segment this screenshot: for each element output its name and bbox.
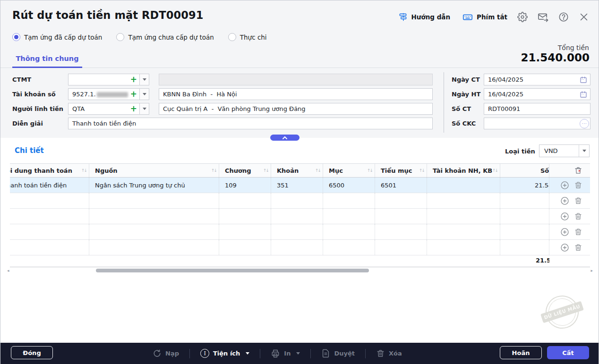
radio-circle — [12, 33, 20, 41]
col-tieu-muc[interactable]: Tiểu mục↑↓ — [375, 164, 427, 177]
footer-separator — [189, 349, 190, 358]
refresh-button[interactable]: Nạp — [153, 349, 179, 358]
dialog-window: Rút dự toán tiền mặt RDT00091 Hướng dẫn … — [0, 0, 599, 364]
table-row[interactable]: Thanh toán tiền điện Ngân sách Trung ươn… — [10, 178, 590, 193]
table-row-empty[interactable] — [10, 240, 590, 255]
approve-button[interactable]: Duyệt — [321, 349, 355, 358]
date-ct-label: Ngày CT — [452, 74, 480, 85]
sort-icon: ↑↓ — [367, 168, 372, 173]
radio-thuc-chi[interactable]: Thực chi — [228, 33, 267, 41]
add-row-icon[interactable] — [560, 228, 569, 237]
calendar-icon[interactable] — [580, 91, 587, 100]
account-input[interactable]: 9527.1.+ — [68, 88, 140, 100]
add-row-icon[interactable] — [560, 212, 569, 221]
settings-icon[interactable] — [517, 12, 528, 22]
chevron-up-icon — [282, 136, 288, 140]
col-noi-dung[interactable]: Nội dung thanh toán↑↓ — [10, 164, 89, 177]
table-row-empty[interactable] — [10, 224, 590, 240]
table-row-empty[interactable] — [10, 209, 590, 224]
header-panel: Rút dự toán tiền mặt RDT00091 Hướng dẫn … — [0, 0, 599, 138]
sort-icon: ↑↓ — [419, 168, 424, 173]
delete-row-icon[interactable] — [574, 196, 582, 205]
tab-thong-tin-chung[interactable]: Thông tin chung — [12, 52, 82, 68]
delete-all-icon[interactable] — [574, 166, 582, 175]
date-ct-input[interactable]: 16/04/2025 — [484, 74, 590, 85]
currency-select[interactable]: VND — [539, 144, 590, 157]
delete-row-icon[interactable] — [574, 212, 582, 220]
add-row-icon[interactable] — [560, 196, 569, 205]
caret-down-icon — [582, 150, 586, 152]
total-value: 21.540.000 — [521, 51, 590, 64]
help-icon[interactable] — [558, 12, 569, 22]
footer-separator — [365, 349, 366, 358]
tabbar-divider — [0, 68, 599, 68]
horizontal-scrollbar[interactable]: ◂ ▸ — [10, 268, 590, 273]
close-icon[interactable] — [579, 12, 589, 22]
radio-label: Thực chi — [240, 34, 267, 41]
col-so-tien[interactable]: Số tiền — [500, 164, 549, 177]
currency-label: Loại tiền — [505, 148, 535, 155]
receiver-dropdown-button[interactable] — [139, 103, 149, 115]
save-button[interactable]: Cất — [547, 346, 589, 359]
utilities-button[interactable]: ⋮ Tiện ích — [200, 349, 249, 358]
col-khoan[interactable]: Khoản↑↓ — [271, 164, 323, 177]
postpone-button[interactable]: Hoãn — [500, 346, 542, 359]
account-desc-field[interactable]: KBNN Ba Đình - Hà Nội — [159, 88, 433, 100]
table-total-amount: 21.540.000 — [536, 257, 549, 264]
close-button[interactable]: Đóng — [11, 346, 53, 359]
add-icon[interactable]: + — [130, 103, 137, 114]
receiver-input[interactable]: QTA+ — [68, 103, 140, 115]
calendar-icon[interactable] — [580, 76, 587, 85]
keyboard-icon — [462, 12, 473, 22]
radio-tam-ung-chua-cap[interactable]: Tạm ứng chưa cấp dự toán — [116, 33, 214, 41]
trash-icon — [376, 349, 385, 358]
col-tai-khoan-nh[interactable]: Tài khoản NH, KB↑↓ — [427, 164, 500, 177]
delete-row-icon[interactable] — [574, 243, 582, 252]
mail-send-icon[interactable] — [538, 12, 548, 23]
description-label: Diễn giải — [12, 118, 43, 129]
sort-icon: ↑↓ — [315, 168, 320, 173]
sort-icon: ↑↓ — [211, 168, 216, 173]
ckc-no-input[interactable]: ··· — [484, 118, 590, 129]
scroll-right-arrow[interactable]: ▸ — [590, 268, 593, 273]
shortcut-link[interactable]: Phím tắt — [462, 12, 507, 22]
delete-row-icon[interactable] — [574, 181, 582, 189]
guide-link[interactable]: Hướng dẫn — [398, 12, 451, 22]
receiver-desc-field[interactable]: Cục Quản trị A - Văn phòng Trung ương Đả… — [159, 103, 433, 115]
guide-label: Hướng dẫn — [411, 13, 451, 21]
doc-no-input[interactable]: RDT00091 — [484, 103, 590, 115]
document-icon — [321, 349, 330, 358]
add-row-icon[interactable] — [560, 181, 569, 190]
refresh-icon — [153, 349, 162, 358]
date-ht-input[interactable]: 16/04/2025 — [484, 88, 590, 100]
ctmt-input[interactable]: + — [68, 74, 140, 85]
table-total-row: 21.540.000 — [10, 255, 590, 267]
account-label: Tài khoản số — [12, 88, 56, 100]
delete-button[interactable]: Xóa — [376, 349, 402, 358]
add-icon[interactable]: + — [130, 74, 137, 85]
col-chuong[interactable]: Chương↑↓ — [219, 164, 271, 177]
ctmt-desc-field — [159, 74, 433, 85]
account-dropdown-button[interactable] — [139, 88, 149, 100]
ellipsis-button[interactable]: ··· — [580, 119, 589, 128]
delete-row-icon[interactable] — [574, 228, 582, 236]
col-actions — [549, 164, 590, 177]
radio-label: Tạm ứng đã cấp dự toán — [24, 34, 102, 41]
scrollbar-thumb[interactable] — [96, 269, 369, 272]
table-row-empty[interactable] — [10, 193, 590, 209]
printer-icon — [271, 349, 280, 358]
col-nguon[interactable]: Nguồn↑↓ — [89, 164, 219, 177]
col-muc[interactable]: Mục↑↓ — [323, 164, 375, 177]
add-icon[interactable]: + — [130, 89, 137, 100]
collapse-button[interactable] — [270, 135, 300, 141]
print-button[interactable]: In — [271, 349, 300, 358]
ctmt-dropdown-button[interactable] — [139, 74, 149, 85]
shortcut-label: Phím tắt — [477, 13, 507, 21]
description-input[interactable]: Thanh toán tiền điện — [68, 118, 433, 129]
footer-bar: Đóng Nạp ⋮ Tiện ích In Duyệt — [0, 343, 599, 364]
scroll-left-arrow[interactable]: ◂ — [7, 268, 9, 273]
table-header: Nội dung thanh toán↑↓ Nguồn↑↓ Chương↑↓ K… — [10, 163, 590, 178]
sort-icon: ↑↓ — [263, 168, 268, 173]
radio-tam-ung-da-cap[interactable]: Tạm ứng đã cấp dự toán — [12, 33, 102, 41]
add-row-icon[interactable] — [560, 243, 569, 252]
